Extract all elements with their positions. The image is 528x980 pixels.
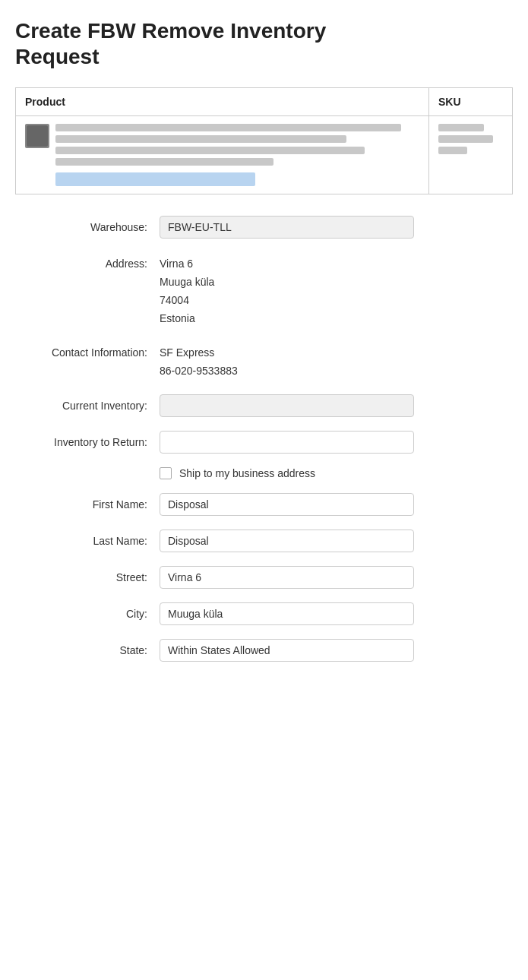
product-line-2	[55, 135, 346, 143]
state-control	[160, 639, 414, 662]
city-label: City:	[15, 602, 160, 620]
street-label: Street:	[15, 566, 160, 583]
page-title: Create FBW Remove Inventory Request	[15, 18, 513, 69]
product-text-lines	[55, 124, 419, 186]
address-text: Virna 6 Muuga küla 74004 Estonia	[160, 252, 214, 327]
last-name-input[interactable]	[160, 530, 414, 552]
contact-text: SF Express 86-020-9533883	[160, 341, 238, 381]
current-inventory-control	[160, 394, 414, 417]
current-inventory-row: Current Inventory:	[15, 394, 513, 417]
last-name-row: Last Name:	[15, 530, 513, 552]
product-line-4	[55, 158, 273, 166]
product-line-1	[55, 124, 401, 131]
contact-label: Contact Information:	[15, 341, 160, 359]
sku-lines	[438, 124, 503, 154]
product-highlight-line	[55, 172, 255, 186]
state-row: State:	[15, 639, 513, 662]
contact-row: Contact Information: SF Express 86-020-9…	[15, 341, 513, 381]
city-row: City:	[15, 602, 513, 625]
warehouse-input[interactable]	[160, 216, 414, 239]
last-name-label: Last Name:	[15, 530, 160, 547]
product-cell	[25, 124, 419, 186]
inventory-return-label: Inventory to Return:	[15, 431, 160, 448]
product-table: Product SKU	[15, 87, 513, 194]
current-inventory-label: Current Inventory:	[15, 394, 160, 412]
col-header-sku: SKU	[429, 88, 513, 116]
address-row: Address: Virna 6 Muuga küla 74004 Estoni…	[15, 252, 513, 327]
sku-line-3	[438, 147, 467, 154]
warehouse-label: Warehouse:	[15, 216, 160, 233]
first-name-label: First Name:	[15, 493, 160, 511]
inventory-return-row: Inventory to Return:	[15, 431, 513, 454]
product-line-3	[55, 147, 365, 154]
street-input[interactable]	[160, 566, 414, 589]
sku-line-2	[438, 135, 493, 143]
city-control	[160, 602, 414, 625]
warehouse-control	[160, 216, 414, 239]
inventory-return-control	[160, 431, 414, 454]
inventory-return-input[interactable]	[160, 431, 414, 454]
form-section: Warehouse: Address: Virna 6 Muuga küla 7…	[15, 216, 513, 662]
street-row: Street:	[15, 566, 513, 589]
state-input[interactable]	[160, 639, 414, 662]
city-input[interactable]	[160, 602, 414, 625]
first-name-row: First Name:	[15, 493, 513, 516]
last-name-control	[160, 530, 414, 552]
address-label: Address:	[15, 252, 160, 270]
current-inventory-input	[160, 394, 414, 417]
state-label: State:	[15, 639, 160, 656]
first-name-control	[160, 493, 414, 516]
warehouse-row: Warehouse:	[15, 216, 513, 239]
ship-checkbox-row: Ship to my business address	[15, 467, 513, 479]
col-header-product: Product	[16, 88, 429, 116]
product-thumbnail	[25, 124, 49, 148]
sku-line-1	[438, 124, 484, 131]
ship-to-business-checkbox[interactable]	[160, 467, 172, 479]
table-row	[16, 116, 513, 194]
first-name-input[interactable]	[160, 493, 414, 516]
ship-to-business-label: Ship to my business address	[179, 467, 315, 479]
street-control	[160, 566, 414, 589]
